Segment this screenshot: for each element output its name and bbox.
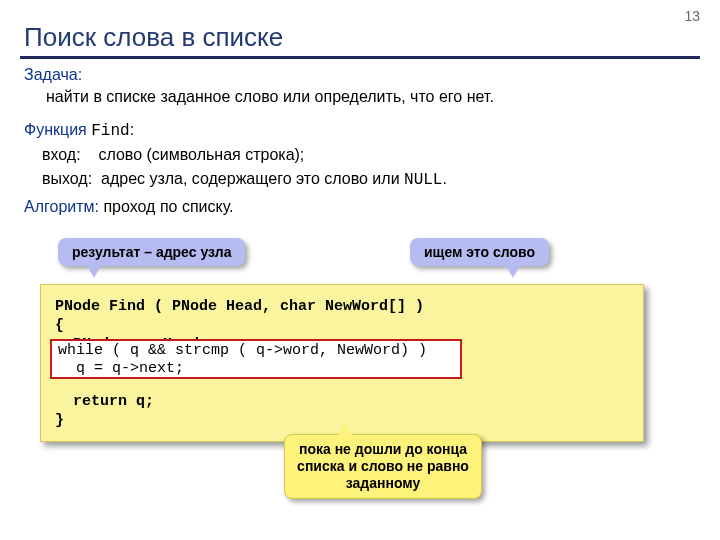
func-null: NULL [404, 171, 442, 189]
func-in-label: вход: [42, 146, 81, 163]
callout-loop: пока не дошли до конца списка и слово не… [284, 434, 482, 499]
task-text: найти в списке заданное слово или опреде… [46, 86, 494, 108]
func-label: Функция [24, 121, 87, 138]
algo-label: Алгоритм: [24, 198, 99, 215]
while-code: while ( q && strcmp ( q->word, NewWord) … [58, 342, 454, 378]
title-rule [20, 56, 700, 59]
algorithm-block: Алгоритм: проход по списку. [24, 198, 234, 216]
task-block: Задача: найти в списке заданное слово ил… [24, 64, 696, 108]
callout-search: ищем это слово [410, 238, 549, 266]
callout-tail-icon [337, 423, 353, 437]
func-out-label: выход: [42, 170, 92, 187]
func-colon: : [130, 121, 134, 138]
callout-loop-text: пока не дошли до конца списка и слово не… [297, 441, 469, 491]
highlighted-loop: while ( q && strcmp ( q->word, NewWord) … [50, 339, 462, 379]
callout-tail-icon [505, 264, 521, 278]
algo-text: проход по списку. [103, 198, 233, 215]
callout-result-text: результат – адрес узла [72, 244, 231, 260]
func-out-text: адрес узла, содержащего это слово или [101, 170, 400, 187]
function-block: Функция Find: вход: слово (символьная ст… [24, 118, 696, 192]
callout-search-text: ищем это слово [424, 244, 535, 260]
slide-title: Поиск слова в списке [24, 22, 283, 53]
page-number: 13 [684, 8, 700, 24]
task-label: Задача: [24, 66, 82, 83]
func-name: Find [91, 122, 129, 140]
callout-tail-icon [86, 264, 102, 278]
func-in-text: слово (символьная строка); [98, 146, 304, 163]
callout-result: результат – адрес узла [58, 238, 245, 266]
func-out-dot: . [442, 170, 446, 187]
